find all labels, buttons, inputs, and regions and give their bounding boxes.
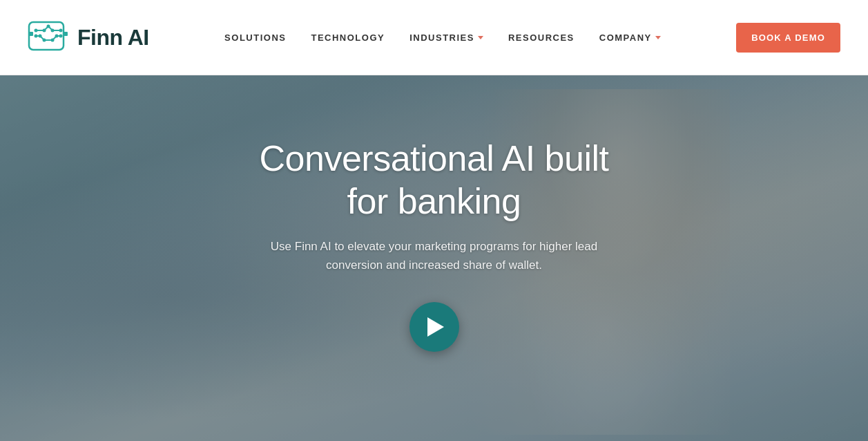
nav-solutions[interactable]: SOLUTIONS bbox=[224, 32, 286, 43]
svg-point-12 bbox=[59, 29, 63, 32]
main-nav: SOLUTIONS TECHNOLOGY INDUSTRIES RESOURCE… bbox=[224, 32, 661, 43]
logo-link[interactable]: Finn AI bbox=[28, 17, 149, 58]
svg-point-10 bbox=[35, 29, 38, 32]
svg-point-16 bbox=[59, 35, 63, 38]
play-video-button[interactable] bbox=[409, 302, 459, 352]
nav-technology[interactable]: TECHNOLOGY bbox=[311, 32, 385, 43]
svg-point-14 bbox=[43, 39, 46, 42]
nav-resources[interactable]: RESOURCES bbox=[508, 32, 575, 43]
svg-point-13 bbox=[35, 35, 38, 38]
play-icon bbox=[427, 317, 444, 337]
industries-dropdown-arrow bbox=[478, 36, 483, 39]
svg-point-19 bbox=[39, 35, 42, 38]
site-header: Finn AI SOLUTIONS TECHNOLOGY INDUSTRIES … bbox=[0, 0, 868, 75]
book-demo-button[interactable]: BOOK A DEMO bbox=[736, 23, 840, 53]
svg-point-17 bbox=[43, 29, 46, 32]
hero-subtitle: Use Finn AI to elevate your marketing pr… bbox=[255, 237, 614, 274]
hero-content: Conversational AI builtfor banking Use F… bbox=[255, 137, 614, 352]
svg-point-11 bbox=[47, 25, 50, 28]
nav-industries[interactable]: INDUSTRIES bbox=[409, 32, 483, 43]
svg-rect-21 bbox=[29, 32, 33, 36]
svg-point-18 bbox=[51, 29, 55, 32]
svg-rect-22 bbox=[64, 32, 68, 36]
company-dropdown-arrow bbox=[655, 36, 661, 39]
hero-section: Conversational AI builtfor banking Use F… bbox=[0, 75, 868, 441]
nav-company[interactable]: COMPANY bbox=[599, 32, 661, 43]
svg-point-15 bbox=[51, 39, 55, 42]
hero-title: Conversational AI builtfor banking bbox=[255, 137, 614, 223]
logo-text: Finn AI bbox=[77, 25, 149, 50]
svg-point-20 bbox=[55, 35, 59, 38]
finn-ai-logo-icon bbox=[28, 17, 69, 58]
